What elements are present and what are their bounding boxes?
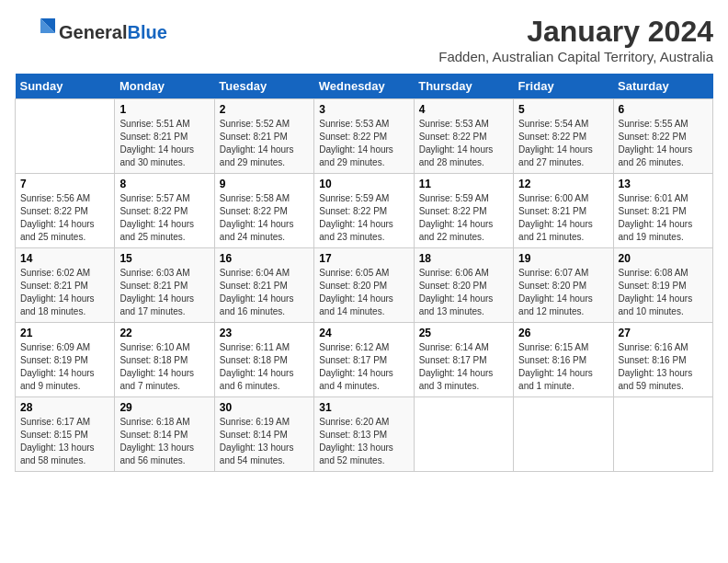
day-number: 1 [119,103,209,116]
day-number: 12 [518,178,608,190]
day-number: 18 [419,252,508,265]
day-number: 28 [20,401,109,414]
day-number: 11 [419,178,508,190]
day-info: Sunrise: 6:08 AM Sunset: 8:19 PM Dayligh… [619,267,708,318]
day-header-tuesday: Tuesday [214,74,313,99]
day-number: 5 [518,103,608,116]
day-number: 6 [619,103,708,116]
day-info: Sunrise: 6:12 AM Sunset: 8:17 PM Dayligh… [319,341,408,393]
day-info: Sunrise: 6:17 AM Sunset: 8:15 PM Dayligh… [20,416,109,467]
logo-blue: Blue [127,22,166,42]
calendar-cell: 9Sunrise: 5:58 AM Sunset: 8:22 PM Daylig… [214,174,313,248]
calendar-cell: 11Sunrise: 5:59 AM Sunset: 8:22 PM Dayli… [414,174,513,248]
calendar-cell: 30Sunrise: 6:19 AM Sunset: 8:14 PM Dayli… [214,397,313,472]
week-row-5: 28Sunrise: 6:17 AM Sunset: 8:15 PM Dayli… [16,397,713,472]
calendar-header: SundayMondayTuesdayWednesdayThursdayFrid… [16,74,713,99]
day-number: 21 [20,327,109,339]
day-info: Sunrise: 5:54 AM Sunset: 8:22 PM Dayligh… [518,118,608,169]
day-header-monday: Monday [115,74,214,99]
day-info: Sunrise: 6:10 AM Sunset: 8:18 PM Dayligh… [119,341,209,393]
calendar-cell: 25Sunrise: 6:14 AM Sunset: 8:17 PM Dayli… [414,323,513,397]
calendar-cell: 24Sunrise: 6:12 AM Sunset: 8:17 PM Dayli… [314,323,414,397]
title-area: January 2024 Fadden, Australian Capital … [438,15,713,64]
calendar-table: SundayMondayTuesdayWednesdayThursdayFrid… [15,74,713,472]
day-number: 29 [119,401,209,414]
day-number: 30 [220,401,309,414]
calendar-cell: 20Sunrise: 6:08 AM Sunset: 8:19 PM Dayli… [613,248,712,323]
calendar-cell: 1Sunrise: 5:51 AM Sunset: 8:21 PM Daylig… [115,99,214,174]
calendar-cell [414,397,513,472]
calendar-body: 1Sunrise: 5:51 AM Sunset: 8:21 PM Daylig… [16,99,713,472]
calendar-cell: 3Sunrise: 5:53 AM Sunset: 8:22 PM Daylig… [314,99,414,174]
main-title: January 2024 [438,15,713,49]
day-info: Sunrise: 6:20 AM Sunset: 8:13 PM Dayligh… [319,416,408,467]
day-info: Sunrise: 6:14 AM Sunset: 8:17 PM Dayligh… [419,341,508,393]
calendar-cell: 29Sunrise: 6:18 AM Sunset: 8:14 PM Dayli… [115,397,214,472]
calendar-cell: 19Sunrise: 6:07 AM Sunset: 8:20 PM Dayli… [514,248,613,323]
calendar-cell: 4Sunrise: 5:53 AM Sunset: 8:22 PM Daylig… [414,99,513,174]
subtitle: Fadden, Australian Capital Territory, Au… [438,49,713,64]
logo-icon [15,15,55,50]
day-info: Sunrise: 5:52 AM Sunset: 8:21 PM Dayligh… [220,118,309,169]
day-info: Sunrise: 5:59 AM Sunset: 8:22 PM Dayligh… [319,192,408,244]
day-number: 23 [220,327,309,339]
day-info: Sunrise: 6:04 AM Sunset: 8:21 PM Dayligh… [220,267,309,318]
day-header-sunday: Sunday [16,74,115,99]
day-number: 4 [419,103,508,116]
calendar-cell: 12Sunrise: 6:00 AM Sunset: 8:21 PM Dayli… [514,174,613,248]
day-number: 19 [518,252,608,265]
day-info: Sunrise: 5:55 AM Sunset: 8:22 PM Dayligh… [619,118,708,169]
day-number: 25 [419,327,508,339]
day-number: 22 [119,327,209,339]
day-number: 26 [518,327,608,339]
day-number: 20 [619,252,708,265]
week-row-4: 21Sunrise: 6:09 AM Sunset: 8:19 PM Dayli… [16,323,713,397]
day-info: Sunrise: 6:06 AM Sunset: 8:20 PM Dayligh… [419,267,508,318]
day-number: 2 [220,103,309,116]
calendar-cell: 23Sunrise: 6:11 AM Sunset: 8:18 PM Dayli… [214,323,313,397]
day-header-wednesday: Wednesday [314,74,414,99]
day-info: Sunrise: 6:03 AM Sunset: 8:21 PM Dayligh… [119,267,209,318]
day-info: Sunrise: 6:02 AM Sunset: 8:21 PM Dayligh… [20,267,109,318]
day-info: Sunrise: 6:15 AM Sunset: 8:16 PM Dayligh… [518,341,608,393]
calendar-cell: 16Sunrise: 6:04 AM Sunset: 8:21 PM Dayli… [214,248,313,323]
calendar-cell: 28Sunrise: 6:17 AM Sunset: 8:15 PM Dayli… [16,397,115,472]
week-row-3: 14Sunrise: 6:02 AM Sunset: 8:21 PM Dayli… [16,248,713,323]
day-number: 14 [20,252,109,265]
day-number: 10 [319,178,408,190]
day-number: 7 [20,178,109,190]
day-number: 3 [319,103,408,116]
calendar-cell [514,397,613,472]
day-number: 31 [319,401,408,414]
day-header-thursday: Thursday [414,74,513,99]
calendar-cell: 13Sunrise: 6:01 AM Sunset: 8:21 PM Dayli… [613,174,712,248]
day-number: 8 [119,178,209,190]
day-header-friday: Friday [514,74,613,99]
calendar-cell: 10Sunrise: 5:59 AM Sunset: 8:22 PM Dayli… [314,174,414,248]
calendar-cell: 22Sunrise: 6:10 AM Sunset: 8:18 PM Dayli… [115,323,214,397]
calendar-cell: 21Sunrise: 6:09 AM Sunset: 8:19 PM Dayli… [16,323,115,397]
day-info: Sunrise: 6:18 AM Sunset: 8:14 PM Dayligh… [119,416,209,467]
day-header-saturday: Saturday [613,74,712,99]
day-number: 15 [119,252,209,265]
week-row-2: 7Sunrise: 5:56 AM Sunset: 8:22 PM Daylig… [16,174,713,248]
day-number: 24 [319,327,408,339]
calendar-cell: 14Sunrise: 6:02 AM Sunset: 8:21 PM Dayli… [16,248,115,323]
day-info: Sunrise: 6:05 AM Sunset: 8:20 PM Dayligh… [319,267,408,318]
day-info: Sunrise: 6:19 AM Sunset: 8:14 PM Dayligh… [220,416,309,467]
day-info: Sunrise: 6:07 AM Sunset: 8:20 PM Dayligh… [518,267,608,318]
calendar-cell: 17Sunrise: 6:05 AM Sunset: 8:20 PM Dayli… [314,248,414,323]
day-info: Sunrise: 5:56 AM Sunset: 8:22 PM Dayligh… [20,192,109,244]
day-info: Sunrise: 5:51 AM Sunset: 8:21 PM Dayligh… [119,118,209,169]
day-number: 17 [319,252,408,265]
calendar-cell: 5Sunrise: 5:54 AM Sunset: 8:22 PM Daylig… [514,99,613,174]
calendar-cell: 2Sunrise: 5:52 AM Sunset: 8:21 PM Daylig… [214,99,313,174]
day-info: Sunrise: 5:57 AM Sunset: 8:22 PM Dayligh… [119,192,209,244]
day-info: Sunrise: 6:11 AM Sunset: 8:18 PM Dayligh… [220,341,309,393]
day-info: Sunrise: 6:16 AM Sunset: 8:16 PM Dayligh… [619,341,708,393]
day-number: 9 [220,178,309,190]
day-info: Sunrise: 6:01 AM Sunset: 8:21 PM Dayligh… [619,192,708,244]
page-header: GeneralBlue January 2024 Fadden, Austral… [15,15,713,64]
day-info: Sunrise: 5:53 AM Sunset: 8:22 PM Dayligh… [419,118,508,169]
calendar-cell: 6Sunrise: 5:55 AM Sunset: 8:22 PM Daylig… [613,99,712,174]
